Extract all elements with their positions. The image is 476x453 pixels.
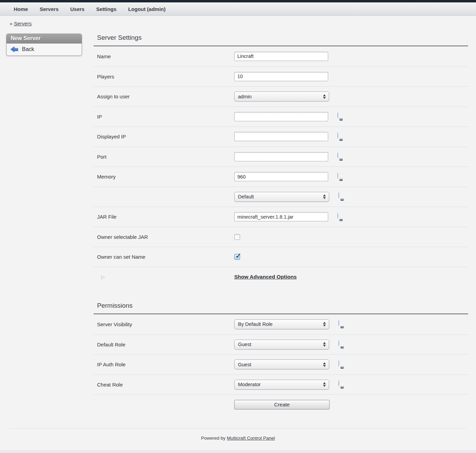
footer-text: Powered by xyxy=(201,436,225,441)
back-button[interactable]: Back xyxy=(7,44,82,56)
ip-hint-bulb-icon[interactable] xyxy=(337,112,345,121)
default-role-hint-bulb-icon[interactable] xyxy=(338,340,346,348)
assign-to-user-select[interactable]: admin xyxy=(234,91,329,101)
ip-auth-role-hint-bulb-icon[interactable] xyxy=(338,360,346,369)
port-input[interactable] xyxy=(234,152,328,161)
displayed-ip-label: Displayed IP xyxy=(94,134,234,139)
section-title-permissions: Permissions xyxy=(94,287,468,314)
default-select[interactable]: Default xyxy=(234,192,329,202)
name-input[interactable] xyxy=(234,52,328,61)
default-role-select[interactable]: Guest xyxy=(234,340,329,350)
ip-input[interactable] xyxy=(234,112,328,121)
form-row-cheat-role: Cheat Role Moderator xyxy=(94,375,468,395)
owner-can-set-name-checkbox[interactable] xyxy=(234,254,240,260)
form-row-displayed-ip: Displayed IP xyxy=(94,126,468,147)
back-label: Back xyxy=(22,46,34,52)
owner-selectable-jar-checkbox[interactable] xyxy=(234,234,240,240)
section-title-server-settings: Server Settings xyxy=(94,28,468,46)
owner-can-set-name-label: Owner can set Name xyxy=(94,254,234,260)
breadcrumb: » Servers xyxy=(0,16,476,26)
form-row-jar-file: JAR File xyxy=(94,207,468,227)
form-row-default-select: Default xyxy=(94,187,468,207)
ip-label: IP xyxy=(94,114,234,120)
select-value: Moderator xyxy=(238,382,261,387)
show-advanced-options-link[interactable]: Show Advanced Options xyxy=(234,274,297,280)
jar-file-label: JAR File xyxy=(94,214,234,220)
form-row-owner-selectable-jar: Owner selectable JAR xyxy=(94,227,468,247)
displayed-ip-hint-bulb-icon[interactable] xyxy=(337,133,345,141)
cheat-role-hint-bulb-icon[interactable] xyxy=(338,380,346,389)
ip-auth-role-label: IP Auth Role xyxy=(94,362,234,367)
select-arrows-icon xyxy=(323,382,326,387)
owner-selectable-jar-label: Owner selectable JAR xyxy=(94,234,234,240)
new-server-panel: New Server Back xyxy=(6,34,82,56)
server-visibility-select[interactable]: By Default Role xyxy=(234,319,329,329)
memory-input[interactable] xyxy=(234,172,328,181)
select-arrows-icon xyxy=(323,322,326,327)
form-row-port: Port xyxy=(94,147,468,167)
select-value: Guest xyxy=(238,342,251,347)
select-value: Default xyxy=(238,194,254,199)
select-arrows-icon xyxy=(323,194,326,199)
bottom-strip xyxy=(0,450,476,453)
jar-file-input[interactable] xyxy=(234,212,328,221)
players-label: Players xyxy=(94,74,234,79)
nav-item-servers[interactable]: Servers xyxy=(40,6,59,12)
form-row-default-role: Default Role Guest xyxy=(94,334,468,355)
form-row-players: Players xyxy=(94,66,468,87)
server-visibility-hint-bulb-icon[interactable] xyxy=(338,320,346,328)
server-visibility-label: Server Visibility xyxy=(94,321,234,327)
top-strip xyxy=(0,0,476,2)
name-label: Name xyxy=(94,53,234,59)
page-footer: Powered by Multicraft Control Panel xyxy=(10,428,466,441)
form-row-assign-to-user: Assign to user admin xyxy=(94,86,468,107)
displayed-ip-input[interactable] xyxy=(234,132,328,141)
port-label: Port xyxy=(94,154,234,160)
form-row-owner-can-set-name: Owner can set Name xyxy=(94,247,468,267)
breadcrumb-marker: » xyxy=(10,21,12,26)
breadcrumb-link-servers[interactable]: Servers xyxy=(14,21,32,26)
multicraft-link[interactable]: Multicraft Control Panel xyxy=(227,436,275,441)
cheat-role-label: Cheat Role xyxy=(94,382,234,388)
main-nav: Home Servers Users Settings Logout (admi… xyxy=(0,2,476,16)
form-row-ip-auth-role: IP Auth Role Guest xyxy=(94,354,468,375)
form-row-create: Create xyxy=(94,394,468,415)
port-hint-bulb-icon[interactable] xyxy=(337,152,345,161)
create-button[interactable]: Create xyxy=(234,400,330,409)
jar-file-hint-bulb-icon[interactable] xyxy=(337,213,345,221)
nav-item-settings[interactable]: Settings xyxy=(96,6,116,12)
server-form: Server Settings Name Players Assign to u… xyxy=(94,28,468,415)
memory-hint-bulb-icon[interactable] xyxy=(337,173,345,181)
assign-to-user-label: Assign to user xyxy=(94,94,234,99)
ip-auth-role-select[interactable]: Guest xyxy=(234,359,329,369)
select-value: admin xyxy=(238,94,252,99)
nav-item-logout[interactable]: Logout (admin) xyxy=(128,6,166,12)
select-arrows-icon xyxy=(323,342,326,347)
cheat-role-select[interactable]: Moderator xyxy=(234,380,329,390)
players-input[interactable] xyxy=(234,72,328,81)
nav-item-home[interactable]: Home xyxy=(14,6,28,12)
select-value: By Default Role xyxy=(238,321,273,327)
form-row-server-visibility: Server Visibility By Default Role xyxy=(94,314,468,334)
default-role-label: Default Role xyxy=(94,342,234,347)
form-row-ip: IP xyxy=(94,107,468,127)
form-row-advanced-options: ▷ Show Advanced Options xyxy=(94,267,468,287)
select-arrows-icon xyxy=(323,362,326,367)
default-hint-bulb-icon[interactable] xyxy=(338,193,346,201)
form-row-name: Name xyxy=(94,46,468,66)
select-arrows-icon xyxy=(323,94,326,99)
disclosure-triangle-icon[interactable]: ▷ xyxy=(94,274,234,280)
nav-item-users[interactable]: Users xyxy=(70,6,85,12)
back-arrow-icon xyxy=(11,47,19,52)
memory-label: Memory xyxy=(94,174,234,180)
panel-title: New Server xyxy=(7,34,82,44)
select-value: Guest xyxy=(238,362,251,367)
form-row-memory: Memory xyxy=(94,167,468,187)
